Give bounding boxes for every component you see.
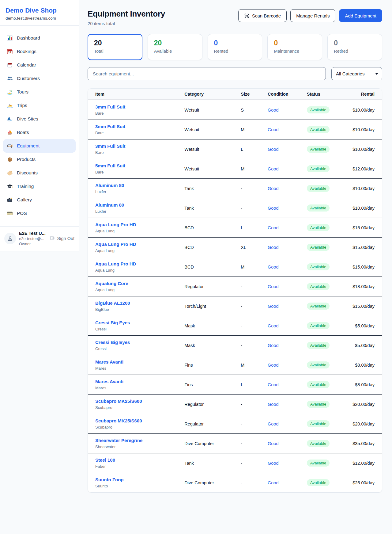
item-condition-link[interactable]: Good [268,304,278,309]
item-name-link[interactable]: Suunto Zoop [95,477,177,482]
table-row[interactable]: Scubapro MK25/S600ScubaproRegulator-Good… [88,395,382,414]
item-condition-link[interactable]: Good [268,343,278,348]
item-condition-link[interactable]: Good [268,421,278,426]
scan-barcode-button[interactable]: Scan Barcode [238,9,287,22]
table-row[interactable]: Shearwater PeregrineShearwaterDive Compu… [88,434,382,453]
status-cell: Available [303,179,349,198]
item-size: - [237,395,264,414]
item-condition-link[interactable]: Good [268,147,278,152]
shop-name[interactable]: Demo Dive Shop [6,7,73,14]
filter-row: All Categories [88,67,382,80]
table-row[interactable]: Aluminum 80LuxferTank-GoodAvailable$10.0… [88,198,382,218]
sidebar-item-gallery[interactable]: Gallery [3,193,76,207]
item-name-link[interactable]: Steel 100 [95,457,177,463]
table-row[interactable]: 3mm Full SuitBareWetsuitMGoodAvailable$1… [88,120,382,139]
sidebar-item-training[interactable]: Training [3,180,76,193]
stat-value: 0 [274,39,316,47]
search-input[interactable] [88,67,326,80]
status-badge: Available [307,401,330,408]
stat-card-rented[interactable]: 0Rented [208,34,262,60]
sidebar-item-trips[interactable]: Trips [3,99,76,112]
table-row[interactable]: Steel 100FaberTank-GoodAvailable$12.00/d… [88,453,382,473]
item-condition-link[interactable]: Good [268,323,278,328]
table-row[interactable]: Mares AvantiMaresFinsLGoodAvailable$8.00… [88,375,382,395]
table-row[interactable]: BigBlue AL1200BigBlueTorch/Light-GoodAva… [88,296,382,316]
item-name-link[interactable]: Aluminum 80 [95,202,177,208]
table-row[interactable]: Aluminum 80LuxferTank-GoodAvailable$10.0… [88,179,382,198]
sidebar-item-boats[interactable]: Boats [3,126,76,139]
item-name-link[interactable]: Shearwater Peregrine [95,438,177,443]
item-condition-link[interactable]: Good [268,284,278,289]
item-condition-link[interactable]: Good [268,461,278,466]
stat-card-total[interactable]: 20Total [88,34,142,60]
item-condition-link[interactable]: Good [268,363,278,368]
sign-out-button[interactable]: Sign Out [50,235,74,242]
table-row[interactable]: 3mm Full SuitBareWetsuitSGoodAvailable$1… [88,100,382,120]
item-condition-link[interactable]: Good [268,382,278,387]
item-condition-link[interactable]: Good [268,402,278,407]
item-condition-link[interactable]: Good [268,166,278,171]
item-name-link[interactable]: Cressi Big Eyes [95,320,177,325]
table-row[interactable]: 5mm Full SuitBareWetsuitMGoodAvailable$1… [88,159,382,179]
sidebar-item-customers[interactable]: Customers [3,72,76,85]
table-row[interactable]: 3mm Full SuitBareWetsuitLGoodAvailable$1… [88,139,382,159]
item-condition-link[interactable]: Good [268,265,278,269]
manage-rentals-button[interactable]: Manage Rentals [290,9,335,22]
user-name: E2E Test U... [19,231,47,236]
status-cell: Available [303,120,349,139]
item-condition-link[interactable]: Good [268,186,278,191]
table-row[interactable]: Cressi Big EyesCressiMask-GoodAvailable$… [88,336,382,355]
table-row[interactable]: Mares AvantiMaresFinsMGoodAvailable$8.00… [88,355,382,375]
item-condition-link[interactable]: Good [268,206,278,211]
item-name-link[interactable]: Aqua Lung Pro HD [95,242,177,247]
item-name-link[interactable]: Aqualung Core [95,281,177,286]
stat-card-available[interactable]: 20Available [148,34,202,60]
item-condition-link[interactable]: Good [268,245,278,250]
item-condition-link[interactable]: Good [268,127,278,132]
sidebar-item-dive-sites[interactable]: Dive Sites [3,112,76,126]
sidebar-item-equipment[interactable]: Equipment [3,139,76,153]
table-row[interactable]: Aqualung CoreAqua LungRegulator-GoodAvai… [88,277,382,296]
item-condition-link[interactable]: Good [268,480,278,485]
item-name-link[interactable]: 5mm Full Suit [95,163,177,168]
sidebar-item-tours[interactable]: Tours [3,85,76,99]
sidebar-item-bookings[interactable]: 17Bookings [3,45,76,58]
table-row[interactable]: Aqua Lung Pro HDAqua LungBCDLGoodAvailab… [88,218,382,238]
item-name-link[interactable]: Mares Avanti [95,359,177,364]
item-name-link[interactable]: Mares Avanti [95,379,177,384]
table-row[interactable]: Aqua Lung Pro HDAqua LungBCDXLGoodAvaila… [88,238,382,257]
item-name-link[interactable]: Cressi Big Eyes [95,340,177,345]
item-size: L [237,375,264,395]
bar-chart-icon [7,35,13,41]
item-name-link[interactable]: 3mm Full Suit [95,124,177,129]
table-row[interactable]: Suunto ZoopSuuntoDive Computer-GoodAvail… [88,473,382,493]
item-name-link[interactable]: BigBlue AL1200 [95,300,177,306]
item-condition-link[interactable]: Good [268,108,278,113]
item-condition-link[interactable]: Good [268,225,278,230]
item-rental: $10.00/day [349,198,382,218]
sidebar-item-pos[interactable]: POS [3,207,76,220]
sidebar-item-products[interactable]: Products [3,153,76,166]
stat-card-retired[interactable]: 0Retired [327,34,382,60]
table-row[interactable]: Scubapro MK25/S600ScubaproRegulator-Good… [88,414,382,434]
sidebar-item-label: Boats [17,130,29,135]
item-name-link[interactable]: Scubapro MK25/S600 [95,399,177,404]
sidebar-item-dashboard[interactable]: Dashboard [3,31,76,45]
condition-cell: Good [264,434,303,453]
table-row[interactable]: Aqua Lung Pro HDAqua LungBCDMGoodAvailab… [88,257,382,277]
item-name-link[interactable]: 3mm Full Suit [95,104,177,109]
item-name-link[interactable]: Aqua Lung Pro HD [95,261,177,266]
status-cell: Available [303,395,349,414]
category-select[interactable]: All Categories [331,67,382,80]
item-name-link[interactable]: Scubapro MK25/S600 [95,418,177,423]
add-equipment-button[interactable]: Add Equipment [339,9,382,22]
item-rental: $5.00/day [349,336,382,355]
item-name-link[interactable]: 3mm Full Suit [95,143,177,149]
item-name-link[interactable]: Aqua Lung Pro HD [95,222,177,227]
sidebar-item-discounts[interactable]: Discounts [3,166,76,180]
sidebar-item-calendar[interactable]: Calendar [3,58,76,72]
item-name-link[interactable]: Aluminum 80 [95,183,177,188]
table-row[interactable]: Cressi Big EyesCressiMask-GoodAvailable$… [88,316,382,336]
item-condition-link[interactable]: Good [268,441,278,446]
stat-card-maintenance[interactable]: 0Maintenance [267,34,322,60]
